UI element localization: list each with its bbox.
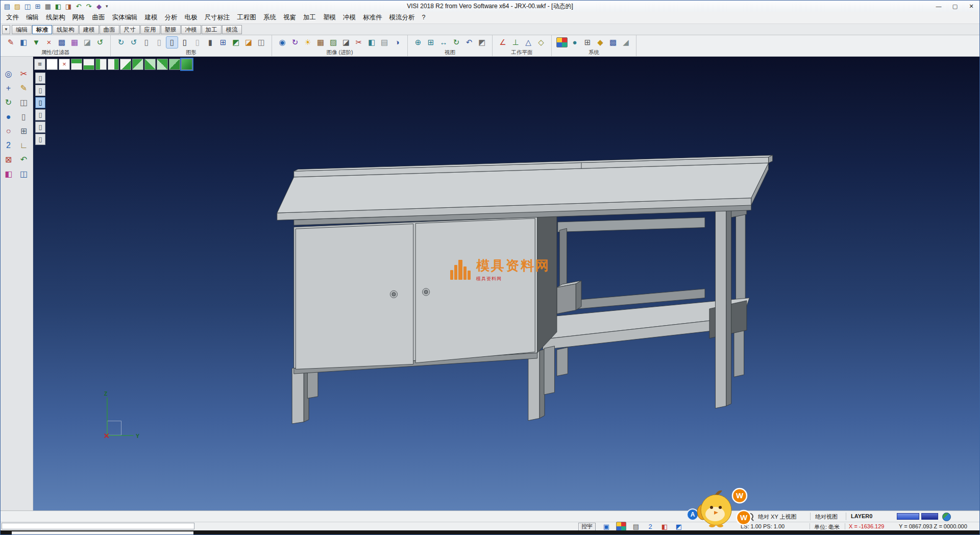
tab-尺寸[interactable]: 尺寸 xyxy=(120,25,140,34)
taskbar[interactable] xyxy=(1,530,980,535)
mid-inner-leg[interactable] xyxy=(544,346,554,395)
save-icon[interactable]: ◫ xyxy=(23,2,32,11)
tab-模流[interactable]: 模流 xyxy=(222,25,242,34)
view-right-icon[interactable] xyxy=(108,59,119,70)
menu-item-电极[interactable]: 电极 xyxy=(181,12,201,23)
right-front-leg[interactable] xyxy=(715,206,726,408)
printer-icon[interactable]: ▤ xyxy=(631,522,641,530)
clipboard-icon-6[interactable]: ▯ xyxy=(35,134,45,145)
save-model-icon[interactable]: ◫ xyxy=(17,168,31,180)
close-button[interactable]: ✕ xyxy=(963,1,979,12)
command-input[interactable] xyxy=(2,523,194,529)
mid-front-leg-side[interactable] xyxy=(540,349,545,418)
dynamic-rotation-icon[interactable]: ↻ xyxy=(289,37,301,48)
menu-item-?[interactable]: ? xyxy=(419,12,429,23)
view-back-icon[interactable] xyxy=(120,59,131,70)
tab-建模[interactable]: 建模 xyxy=(79,25,99,34)
layer-copy-icon[interactable]: ⊞ xyxy=(17,125,31,137)
cabinet-door-right[interactable] xyxy=(415,218,535,363)
menu-item-冲模[interactable]: 冲模 xyxy=(339,12,359,23)
mirror-icon[interactable]: ◫ xyxy=(17,96,31,109)
measure-ruler-icon[interactable]: ∟ xyxy=(17,139,31,152)
zoom-extents-icon[interactable]: ⊕ xyxy=(412,37,424,48)
sketch-edit-icon[interactable]: ✎ xyxy=(17,82,31,94)
zoom-window-icon[interactable]: ⊞ xyxy=(425,37,436,48)
options-icon[interactable]: ◆ xyxy=(94,2,104,11)
textures-icon[interactable]: ▨ xyxy=(328,37,339,48)
system-colors-icon[interactable] xyxy=(556,37,568,47)
workbench-3d-model[interactable]: Z Y xyxy=(1,57,980,510)
open-file-icon[interactable]: ▨ xyxy=(13,2,22,11)
mid-front-leg[interactable] xyxy=(528,351,540,421)
palette-small-icon[interactable] xyxy=(616,522,626,531)
selection-filter-icon[interactable]: ◎ xyxy=(2,68,15,80)
system-favorites-icon[interactable]: ◆ xyxy=(595,37,606,48)
snap-toggle-button[interactable]: 控宇 xyxy=(578,523,596,531)
edge-display-icon[interactable]: ▮ xyxy=(205,37,216,48)
minimize-button[interactable]: — xyxy=(930,1,947,12)
filter-elements-icon[interactable]: ▼ xyxy=(31,37,42,48)
taskbar-preview[interactable] xyxy=(12,531,193,535)
view-menu-icon[interactable]: ≡ xyxy=(34,59,45,70)
view-axes-icon[interactable]: × xyxy=(59,59,70,70)
menu-item-分析[interactable]: 分析 xyxy=(161,12,181,23)
erase-icon[interactable]: ⊠ xyxy=(2,154,15,166)
undo-step-icon[interactable]: ↶ xyxy=(17,154,31,166)
rendered-display-icon[interactable]: ▯ xyxy=(179,37,190,48)
tab-编辑[interactable]: 编辑 xyxy=(12,25,32,34)
viewport-3d[interactable]: Z Y ≡× ▯▯▯▯▯▯ 模具资料网 xyxy=(1,57,980,510)
menu-item-系统[interactable]: 系统 xyxy=(260,12,280,23)
redraw-icon[interactable]: ↻ xyxy=(115,37,127,48)
view-iso-se-icon[interactable] xyxy=(169,59,180,70)
clipboard-icon-3[interactable]: ▯ xyxy=(35,97,45,108)
view-cube-icon[interactable]: ◩ xyxy=(674,522,683,530)
menu-item-实体编辑[interactable]: 实体编辑 xyxy=(109,12,141,23)
tab-加工[interactable]: 加工 xyxy=(202,25,222,34)
pan-view-icon[interactable]: ↔ xyxy=(438,37,449,48)
view-top-icon[interactable] xyxy=(71,59,82,70)
help-assistant-icon[interactable]: 2 xyxy=(646,522,655,530)
menu-item-曲面[interactable]: 曲面 xyxy=(89,12,109,23)
menu-item-尺寸标注[interactable]: 尺寸标注 xyxy=(201,12,234,23)
trim-delete-icon[interactable]: ✂ xyxy=(17,68,31,80)
shaded-display-icon[interactable]: ▯ xyxy=(166,37,178,48)
system-cad-icon[interactable]: ◢ xyxy=(620,37,631,48)
lighting-icon[interactable]: ☀ xyxy=(302,37,313,48)
shaded-sphere-icon[interactable]: ● xyxy=(2,111,15,123)
import-icon[interactable]: ◧ xyxy=(54,2,63,11)
bracket-side[interactable] xyxy=(576,281,581,310)
menu-item-编辑[interactable]: 编辑 xyxy=(22,12,42,23)
solid-cube-icon[interactable]: ◩ xyxy=(230,37,241,48)
left-front-leg[interactable] xyxy=(292,366,304,424)
system-globe-icon[interactable]: ● xyxy=(569,37,580,48)
save-all-icon[interactable]: ⊞ xyxy=(33,2,42,11)
view-iso-ne-icon[interactable] xyxy=(144,59,156,70)
clipboard-icon-4[interactable]: ▯ xyxy=(35,109,45,120)
edit-attributes-icon[interactable]: ✎ xyxy=(5,37,16,48)
group-elements-icon[interactable]: ⊞ xyxy=(217,37,229,48)
materials-icon[interactable]: ▦ xyxy=(315,37,326,48)
section-box-icon[interactable]: ◫ xyxy=(256,37,267,48)
match-attributes-icon[interactable]: ◧ xyxy=(18,37,29,48)
menu-item-标准件[interactable]: 标准件 xyxy=(359,12,386,23)
rotate-copy-icon[interactable]: ↻ xyxy=(2,96,15,109)
clipboard-icon-1[interactable]: ▯ xyxy=(35,72,45,84)
toolbar-options-caret-icon[interactable]: ▾ xyxy=(104,4,110,9)
workplane-origin-icon[interactable]: ∠ xyxy=(497,37,508,48)
menu-item-塑模[interactable]: 塑模 xyxy=(320,12,339,23)
filter-color-icon[interactable]: ▦ xyxy=(69,37,80,48)
tab-线架构[interactable]: 线架构 xyxy=(53,25,79,34)
view-front-icon[interactable] xyxy=(83,59,94,70)
cabinet-side-panel[interactable] xyxy=(537,213,557,353)
filter-remove-icon[interactable]: × xyxy=(43,37,55,48)
rotate-view-icon[interactable]: ↻ xyxy=(451,37,462,48)
previous-view-icon[interactable]: ↶ xyxy=(463,37,475,48)
clipboard-icon-2[interactable]: ▯ xyxy=(35,85,45,96)
layer-indicator[interactable]: LAYER0 xyxy=(851,513,872,519)
menu-item-建模[interactable]: 建模 xyxy=(141,12,161,23)
tab-冲模[interactable]: 冲模 xyxy=(181,25,201,34)
view-iso-sw-icon[interactable] xyxy=(157,59,168,70)
rear-top-rail[interactable] xyxy=(558,217,705,232)
tab-应用[interactable]: 应用 xyxy=(140,25,160,34)
system-matrix-icon[interactable]: ▩ xyxy=(607,37,619,48)
